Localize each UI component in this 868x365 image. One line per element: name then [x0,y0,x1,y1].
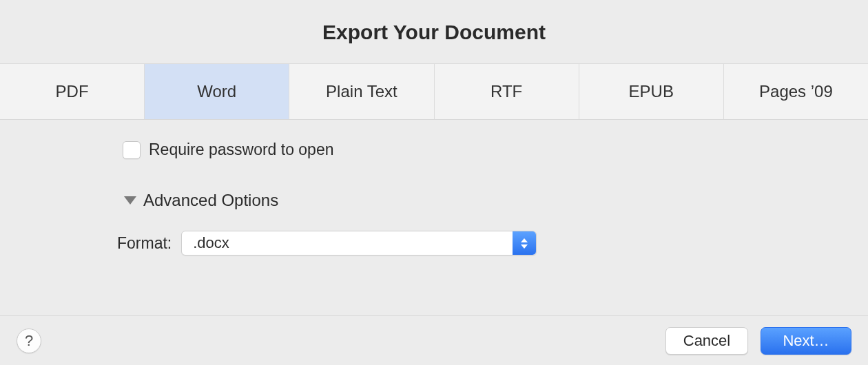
options-area: Require password to open Advanced Option… [0,120,868,255]
require-password-row: Require password to open [123,140,868,159]
tab-word[interactable]: Word [145,64,289,119]
format-row: Format: .docx [117,231,868,255]
tab-epub[interactable]: EPUB [579,64,724,119]
require-password-checkbox[interactable] [123,141,141,159]
tab-plain-text[interactable]: Plain Text [289,64,434,119]
format-tabs: PDF Word Plain Text RTF EPUB Pages ’09 [0,63,868,120]
format-label: Format: [117,234,172,253]
select-stepper-icon [513,231,536,255]
next-button[interactable]: Next… [761,327,851,355]
cancel-button[interactable]: Cancel [665,327,748,355]
disclosure-triangle-icon [124,196,136,205]
format-select-value: .docx [182,231,513,255]
tab-rtf[interactable]: RTF [435,64,579,119]
tab-pdf[interactable]: PDF [0,64,145,119]
dialog-title: Export Your Document [0,0,868,63]
footer-bar: ? Cancel Next… [0,315,868,365]
require-password-label: Require password to open [149,140,334,159]
advanced-options-label: Advanced Options [143,191,278,210]
format-select[interactable]: .docx [181,231,537,255]
tab-pages09[interactable]: Pages ’09 [724,64,868,119]
help-button[interactable]: ? [17,328,41,353]
advanced-options-toggle[interactable]: Advanced Options [123,191,868,210]
